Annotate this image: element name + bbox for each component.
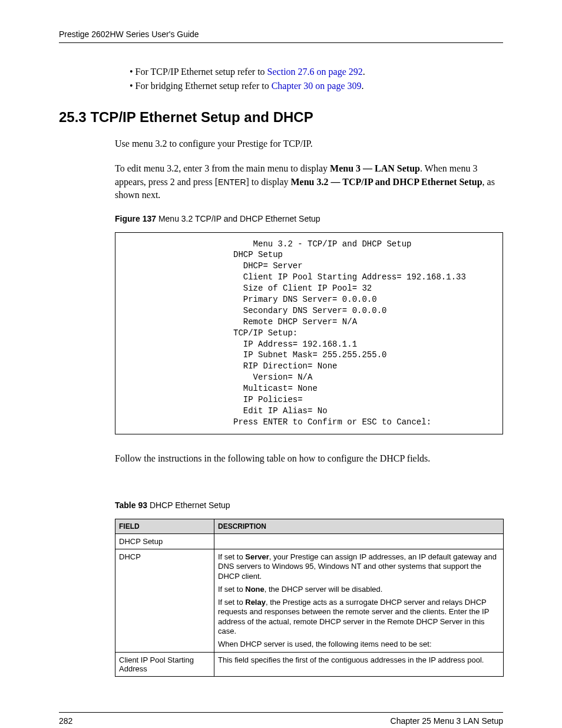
cell-field: Client IP Pool Starting Address (115, 653, 214, 677)
text-run: , the DHCP server will be disabled. (265, 585, 383, 594)
text-run: When DHCP server is used, the following … (218, 640, 500, 649)
paragraph: To edit menu 3.2, enter 3 from the main … (115, 162, 503, 202)
table-number: Table 93 (115, 500, 147, 510)
menu-name: Menu 3.2 — TCP/IP and DHCP Ethernet Setu… (291, 177, 482, 187)
dhcp-setup-table: Field Description DHCP Setup DHCP If set… (115, 519, 504, 677)
paragraph: Use menu 3.2 to configure your Prestige … (115, 137, 503, 150)
table-header-row: Field Description (115, 519, 504, 534)
table-row: DHCP Setup (115, 534, 504, 549)
text-run: If set to (218, 585, 245, 594)
table-caption: Table 93 DHCP Ethernet Setup (115, 500, 503, 510)
col-header-field: Field (115, 519, 214, 534)
page-number: 282 (59, 716, 72, 726)
text-run: ] to display (246, 177, 291, 187)
figure-caption: Figure 137 Menu 3.2 TCP/IP and DHCP Ethe… (115, 214, 503, 223)
chapter-label: Chapter 25 Menu 3 LAN Setup (391, 716, 503, 726)
col-header-description: Description (214, 519, 504, 534)
option-name: None (245, 585, 265, 594)
page-header: Prestige 2602HW Series User's Guide (59, 29, 503, 43)
cell-desc: This field specifies the first of the co… (214, 653, 504, 677)
section-heading: 25.3 TCP/IP Ethernet Setup and DHCP (59, 109, 503, 126)
text-run: If set to (218, 552, 245, 561)
cell-desc (214, 534, 504, 549)
bullet-suffix: . (362, 81, 364, 91)
option-name: Server (245, 552, 269, 561)
bullet-suffix: . (363, 67, 365, 77)
bullet-prefix: For TCP/IP Ethernet setup refer to (135, 67, 267, 77)
bullet-prefix: For bridging Ethernet setup refer to (135, 81, 272, 91)
text-run: This field specifies the first of the co… (218, 655, 500, 665)
page-footer: 282 Chapter 25 Menu 3 LAN Setup (59, 712, 503, 726)
list-item: For TCP/IP Ethernet setup refer to Secti… (130, 67, 503, 77)
terminal-screenshot: Menu 3.2 - TCP/IP and DHCP Setup DHCP Se… (115, 232, 503, 434)
cell-desc: If set to Server, your Prestige can assi… (214, 549, 504, 653)
text-run: If set to (218, 598, 245, 607)
key-name: ENTER (218, 177, 246, 187)
cell-field: DHCP Setup (115, 534, 214, 549)
menu-name: Menu 3 — LAN Setup (330, 163, 420, 173)
table-row: DHCP If set to Server, your Prestige can… (115, 549, 504, 653)
table-title: DHCP Ethernet Setup (147, 500, 230, 510)
text-run: To edit menu 3.2, enter 3 from the main … (115, 163, 330, 173)
cross-ref-link[interactable]: Section 27.6 on page 292 (267, 67, 363, 77)
paragraph: Follow the instructions in the following… (115, 452, 503, 465)
cell-field: DHCP (115, 549, 214, 653)
list-item: For bridging Ethernet setup refer to Cha… (130, 81, 503, 91)
reference-list: For TCP/IP Ethernet setup refer to Secti… (59, 67, 503, 91)
figure-title: Menu 3.2 TCP/IP and DHCP Ethernet Setup (156, 214, 320, 223)
option-name: Relay (245, 598, 266, 607)
cross-ref-link[interactable]: Chapter 30 on page 309 (272, 81, 362, 91)
table-row: Client IP Pool Starting Address This fie… (115, 653, 504, 677)
figure-number: Figure 137 (115, 214, 156, 223)
